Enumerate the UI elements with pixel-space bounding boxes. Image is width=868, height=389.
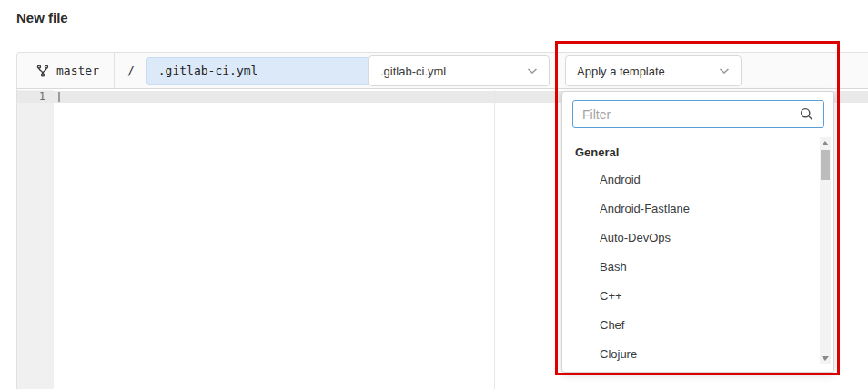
template-item[interactable]: Android-Fastlane	[600, 194, 815, 224]
chevron-down-icon	[719, 67, 730, 75]
branch-name: master	[56, 64, 99, 77]
template-filter-input[interactable]	[572, 100, 824, 128]
scroll-up-arrow-icon[interactable]	[822, 141, 829, 145]
template-item[interactable]: Chef	[600, 311, 815, 340]
template-item[interactable]: C++	[600, 282, 815, 311]
template-dropdown-panel: General Android Android-Fastlane Auto-De…	[561, 91, 834, 373]
git-branch-icon	[36, 65, 49, 77]
file-editor-toolbar: master / .gitlab-ci.yml Apply a template	[17, 53, 868, 89]
editor-gutter	[17, 90, 54, 389]
text-cursor	[58, 92, 60, 102]
filename-input[interactable]	[146, 57, 373, 85]
scrollbar-thumb[interactable]	[821, 150, 830, 180]
toolbar-divider	[114, 53, 115, 88]
template-item[interactable]: Clojure	[600, 340, 815, 369]
template-list: Android Android-Fastlane Auto-DevOps Bas…	[600, 165, 815, 369]
file-type-select[interactable]: .gitlab-ci.yml	[368, 55, 550, 86]
template-item[interactable]: Bash	[600, 253, 815, 282]
line-number: 1	[17, 91, 45, 103]
page-title: New file	[16, 10, 68, 25]
print-margin-ruler	[494, 90, 495, 389]
apply-template-label: Apply a template	[577, 65, 665, 78]
scroll-down-arrow-icon[interactable]	[822, 356, 829, 361]
template-group-header: General	[575, 145, 619, 159]
apply-template-select[interactable]: Apply a template	[565, 55, 742, 86]
dropdown-scrollbar[interactable]	[820, 137, 831, 364]
chevron-down-icon	[527, 67, 538, 75]
path-separator: /	[127, 64, 135, 77]
template-item[interactable]: Auto-DevOps	[600, 224, 815, 253]
file-type-select-value: .gitlab-ci.yml	[380, 65, 446, 78]
template-item[interactable]: Android	[600, 165, 815, 194]
search-icon	[800, 107, 813, 121]
